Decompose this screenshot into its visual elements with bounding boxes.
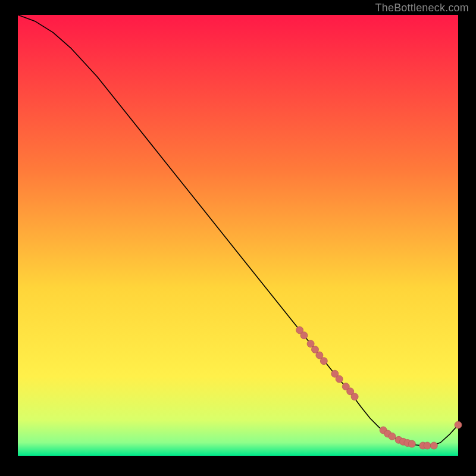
data-marker xyxy=(351,393,358,400)
data-marker xyxy=(300,332,308,339)
data-marker xyxy=(336,375,343,383)
data-marker xyxy=(430,442,437,449)
data-marker xyxy=(320,358,327,365)
chart-svg xyxy=(0,0,476,476)
data-marker xyxy=(455,421,462,428)
plot-area xyxy=(18,15,458,456)
chart-stage: TheBottleneck.com xyxy=(0,0,476,476)
data-marker xyxy=(424,442,431,449)
data-marker xyxy=(408,440,415,447)
attribution-text: TheBottleneck.com xyxy=(375,2,469,14)
data-marker xyxy=(389,433,396,440)
